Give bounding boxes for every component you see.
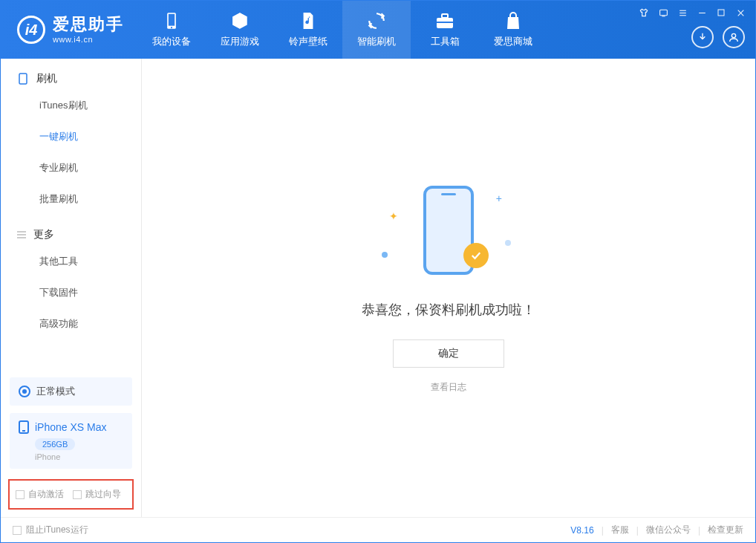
checkbox-icon [16,490,25,499]
feedback-icon[interactable] [657,7,669,19]
tab-my-device[interactable]: 我的设备 [137,1,206,59]
sidebar-item-oneclick-flash[interactable]: 一键刷机 [1,121,141,152]
device-type: iPhone [35,452,123,461]
svg-point-14 [731,33,735,37]
status-link-update[interactable]: 检查更新 [708,524,743,536]
device-small-icon [17,73,29,85]
sparkle-icon: ✦ [389,210,398,222]
status-link-wechat[interactable]: 微信公众号 [646,524,691,536]
maximize-button[interactable] [715,7,727,19]
titlebar: i4 爱思助手 www.i4.cn 我的设备 应用游戏 铃声壁纸 智能刷机 [1,1,755,59]
logo-icon: i4 [17,16,45,44]
refresh-shield-icon [367,11,386,30]
tab-toolbox[interactable]: 工具箱 [411,1,479,59]
sidebar-item-download-firmware[interactable]: 下载固件 [1,277,141,308]
user-button[interactable] [723,26,745,48]
sparkle-icon: + [496,192,502,204]
device-name: iPhone XS Max [35,421,107,433]
menu-icon[interactable] [677,7,688,19]
options-highlight: 自动激活 跳过向导 [8,479,134,510]
sidebar-item-advanced[interactable]: 高级功能 [1,308,141,339]
device-phone-icon [19,420,29,434]
cube-icon [230,11,250,30]
app-name: 爱思助手 [53,15,124,34]
toolbox-icon [435,11,454,30]
checkbox-skip-guide[interactable]: 跳过向导 [73,488,121,501]
app-url: www.i4.cn [53,35,124,45]
tab-apps-games[interactable]: 应用游戏 [206,1,274,59]
app-window: i4 爱思助手 www.i4.cn 我的设备 应用游戏 铃声壁纸 智能刷机 [0,0,756,543]
sidebar-section-more: 更多 [1,215,141,246]
list-icon [17,231,26,238]
success-illustration: ✦ + [382,182,515,279]
sidebar-item-batch-flash[interactable]: 批量刷机 [1,183,141,215]
body: 刷机 iTunes刷机 一键刷机 专业刷机 批量刷机 更多 其他工具 下载固件 … [1,59,755,517]
window-controls [638,7,746,19]
device-info[interactable]: iPhone XS Max 256GB iPhone [10,413,132,469]
success-message: 恭喜您，保资料刷机成功啦！ [362,301,535,319]
svg-rect-13 [437,22,453,23]
ok-button[interactable]: 确定 [393,339,504,368]
checkbox-icon [13,526,22,535]
tab-ringtones-wallpapers[interactable]: 铃声壁纸 [274,1,342,59]
svg-point-10 [171,27,172,28]
svg-rect-12 [442,14,448,18]
tab-smart-flash[interactable]: 智能刷机 [342,1,411,59]
phone-icon [162,11,181,30]
close-button[interactable] [734,7,746,19]
device-mode[interactable]: 正常模式 [10,377,132,406]
sidebar-section-flash: 刷机 [1,59,141,90]
main-content: ✦ + 恭喜您，保资料刷机成功啦！ 确定 查看日志 [142,59,755,517]
dot-decor [382,252,388,258]
download-button[interactable] [691,26,714,48]
statusbar: 阻止iTunes运行 V8.16 | 客服 | 微信公众号 | 检查更新 [1,517,755,542]
checkbox-icon [73,490,82,499]
version-label: V8.16 [570,525,593,536]
checkbox-auto-activate[interactable]: 自动激活 [16,488,64,501]
nav-tabs: 我的设备 应用游戏 铃声壁纸 智能刷机 工具箱 爱思商城 [137,1,547,59]
music-file-icon [299,11,318,30]
sidebar-item-itunes-flash[interactable]: iTunes刷机 [1,90,141,121]
status-link-support[interactable]: 客服 [611,524,629,536]
device-capacity: 256GB [35,438,75,450]
sidebar-item-pro-flash[interactable]: 专业刷机 [1,152,141,183]
logo: i4 爱思助手 www.i4.cn [1,1,137,59]
tab-store[interactable]: 爱思商城 [479,1,547,59]
success-check-icon [463,243,489,268]
svg-rect-9 [169,14,175,26]
svg-rect-5 [718,10,724,16]
view-log-link[interactable]: 查看日志 [431,381,466,394]
minimize-button[interactable] [696,7,708,19]
device-mode-label: 正常模式 [36,385,75,398]
tshirt-icon[interactable] [638,7,650,19]
svg-rect-15 [19,74,27,84]
checkbox-block-itunes[interactable]: 阻止iTunes运行 [13,524,88,536]
svg-rect-0 [659,10,667,16]
dot-decor [505,240,511,246]
sidebar: 刷机 iTunes刷机 一键刷机 专业刷机 批量刷机 更多 其他工具 下载固件 … [1,59,142,517]
bag-icon [504,11,523,30]
sidebar-item-other-tools[interactable]: 其他工具 [1,246,141,277]
mode-indicator-icon [19,386,30,397]
